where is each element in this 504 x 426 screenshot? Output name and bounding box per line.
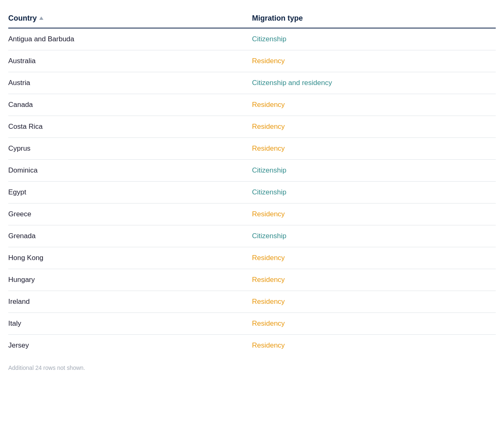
country-cell: Greece [8,210,252,218]
migration-type-cell: Residency [252,144,496,153]
country-cell: Antigua and Barbuda [8,35,252,43]
table-body: Antigua and BarbudaCitizenshipAustraliaR… [8,28,496,356]
migration-type-cell: Residency [252,320,496,328]
migration-type-column-header[interactable]: Migration type [252,14,496,23]
table-row: GrenadaCitizenship [8,225,496,247]
migration-type-cell: Residency [252,341,496,350]
table-header: Country Migration type [8,10,496,28]
migration-type-cell: Citizenship [252,166,496,175]
country-cell: Costa Rica [8,123,252,131]
footer-note: Additional 24 rows not shown. [8,364,496,371]
table-row: CanadaResidency [8,94,496,116]
data-table: Country Migration type Antigua and Barbu… [8,10,496,371]
country-cell: Grenada [8,232,252,240]
table-row: CyprusResidency [8,138,496,160]
country-cell: Egypt [8,188,252,196]
migration-type-cell: Residency [252,298,496,306]
sort-ascending-icon [39,17,43,20]
table-row: AustriaCitizenship and residency [8,72,496,94]
table-row: JerseyResidency [8,335,496,356]
migration-type-cell: Residency [252,276,496,284]
table-row: EgyptCitizenship [8,182,496,204]
migration-type-cell: Residency [252,254,496,262]
migration-type-cell: Citizenship [252,188,496,196]
country-cell: Jersey [8,341,252,350]
country-cell: Dominica [8,166,252,175]
country-cell: Hungary [8,276,252,284]
country-cell: Canada [8,101,252,109]
migration-type-cell: Residency [252,123,496,131]
table-row: AustraliaResidency [8,50,496,72]
country-cell: Cyprus [8,144,252,153]
table-row: ItalyResidency [8,313,496,335]
migration-type-cell: Citizenship [252,232,496,240]
table-row: GreeceResidency [8,204,496,225]
country-cell: Italy [8,320,252,328]
country-cell: Hong Kong [8,254,252,262]
country-cell: Ireland [8,298,252,306]
migration-type-cell: Residency [252,101,496,109]
table-row: Hong KongResidency [8,247,496,269]
country-cell: Australia [8,57,252,65]
table-row: Costa RicaResidency [8,116,496,138]
country-header-label: Country [8,14,37,23]
country-cell: Austria [8,79,252,87]
country-column-header[interactable]: Country [8,14,252,23]
table-row: IrelandResidency [8,291,496,313]
table-row: HungaryResidency [8,269,496,291]
migration-type-cell: Residency [252,57,496,65]
migration-type-cell: Citizenship and residency [252,79,496,87]
migration-type-cell: Residency [252,210,496,218]
table-row: DominicaCitizenship [8,160,496,182]
migration-type-header-label: Migration type [252,14,303,22]
migration-type-cell: Citizenship [252,35,496,43]
table-row: Antigua and BarbudaCitizenship [8,28,496,50]
